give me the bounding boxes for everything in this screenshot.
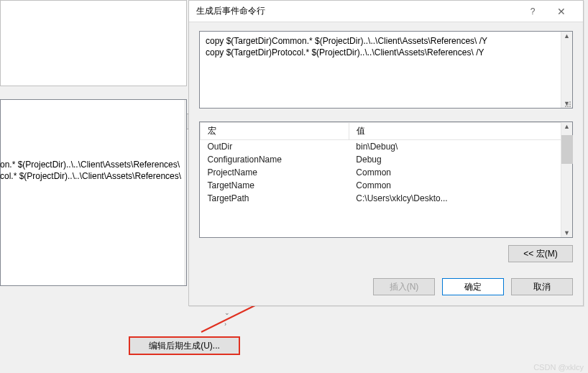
col-header-value[interactable]: 值 bbox=[349, 123, 571, 140]
dialog-title: 生成后事件命令行 bbox=[196, 5, 265, 17]
dialog-titlebar: 生成后事件命令行 ? ✕ bbox=[189, 1, 583, 22]
resize-grip-icon[interactable] bbox=[564, 100, 571, 107]
ok-button[interactable]: 确定 bbox=[442, 278, 504, 295]
close-icon[interactable]: ✕ bbox=[547, 6, 576, 17]
dialog-button-row: 插入(N) 确定 取消 bbox=[373, 278, 573, 295]
cancel-button[interactable]: 取消 bbox=[511, 278, 573, 295]
insert-button: 插入(N) bbox=[373, 278, 435, 295]
cmd-scrollbar[interactable]: ▲ ▼ bbox=[561, 32, 572, 108]
scrollbar-thumb[interactable] bbox=[561, 135, 573, 164]
col-header-name[interactable]: 宏 bbox=[201, 123, 349, 140]
watermark: CSDN @xklcy bbox=[533, 363, 584, 372]
table-row: TargetPathC:\Users\xklcy\Deskto... bbox=[201, 192, 572, 205]
command-textarea[interactable]: copy $(TargetDir)Common.* $(ProjectDir).… bbox=[199, 31, 573, 109]
table-row: TargetNameCommon bbox=[201, 179, 572, 192]
caret-down-icon: ⌄ bbox=[224, 309, 230, 316]
help-icon[interactable]: ? bbox=[518, 6, 547, 17]
caret-right-icon: › bbox=[224, 321, 226, 328]
edit-postbuild-button[interactable]: 编辑后期生成(U)... bbox=[129, 336, 240, 355]
bg-command-line-2: col.* $(ProjectDir)..\..\Client\Assets\R… bbox=[0, 171, 181, 181]
macros-table: 宏 值 OutDirbin\Debug\ ConfigurationNameDe… bbox=[199, 121, 573, 238]
postbuild-textarea[interactable] bbox=[0, 99, 187, 286]
postbuild-event-dialog: 生成后事件命令行 ? ✕ copy $(TargetDir)Common.* $… bbox=[188, 0, 584, 306]
scroll-up-icon[interactable]: ▲ bbox=[561, 123, 572, 130]
cmd-line-1: copy $(TargetDir)Common.* $(ProjectDir).… bbox=[206, 36, 487, 46]
scroll-down-icon[interactable]: ▼ bbox=[561, 229, 572, 236]
macros-toggle-button[interactable]: << 宏(M) bbox=[508, 245, 573, 262]
prebuild-textarea[interactable] bbox=[0, 0, 187, 86]
cmd-line-2: copy $(TargetDir)Protocol.* $(ProjectDir… bbox=[206, 47, 484, 57]
macros-scrollbar[interactable]: ▲ ▼ bbox=[561, 122, 572, 237]
table-row: ConfigurationNameDebug bbox=[201, 153, 572, 166]
scroll-up-icon[interactable]: ▲ bbox=[561, 32, 572, 40]
table-row: OutDirbin\Debug\ bbox=[201, 140, 572, 154]
bg-command-line-1: on.* $(ProjectDir)..\..\Client\Assets\Re… bbox=[0, 160, 180, 170]
table-row: ProjectNameCommon bbox=[201, 166, 572, 179]
